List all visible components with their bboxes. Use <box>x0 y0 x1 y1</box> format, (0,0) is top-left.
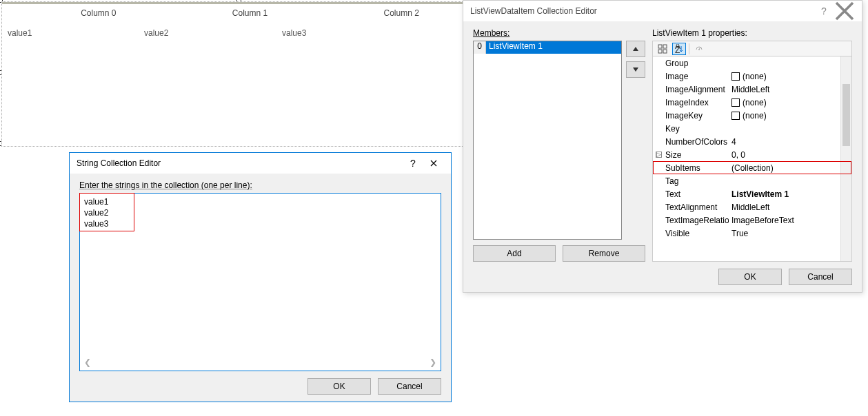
member-item[interactable]: 0 ListViewItem 1 <box>474 41 621 54</box>
cancel-button[interactable]: Cancel <box>789 269 852 285</box>
string-collection-editor-dialog: String Collection Editor ? Enter the str… <box>69 152 452 402</box>
property-name: ImageIndex <box>653 98 729 107</box>
property-value[interactable]: MiddleLeft <box>729 85 851 94</box>
listview-cell: value3 <box>278 21 416 45</box>
property-name: Size <box>653 150 729 160</box>
property-name: Group <box>653 59 729 68</box>
property-name: Image <box>653 72 729 81</box>
listview-cell: value1 <box>2 21 140 45</box>
expand-icon[interactable]: ▷ <box>656 152 662 158</box>
close-button[interactable] <box>423 153 444 174</box>
help-button[interactable]: ? <box>814 1 834 21</box>
add-button[interactable]: Add <box>473 245 556 262</box>
property-value-text: (none) <box>743 72 767 81</box>
designer-canvas: Column 0 Column 1 Column 2 value1 value2… <box>0 0 479 148</box>
property-row[interactable]: Tag <box>653 174 851 187</box>
property-row[interactable]: ▷Size0, 0 <box>653 148 851 161</box>
property-row[interactable]: TextListViewItem 1 <box>653 187 851 200</box>
property-row[interactable]: VisibleTrue <box>653 227 851 240</box>
property-row[interactable]: Image(none) <box>653 70 851 83</box>
property-row[interactable]: TextAlignmentMiddleLeft <box>653 200 851 214</box>
svg-text:Z: Z <box>675 45 680 54</box>
property-value[interactable]: (none) <box>729 111 851 121</box>
property-value-text: MiddleLeft <box>731 202 769 212</box>
member-label: ListViewItem 1 <box>486 41 621 54</box>
property-row[interactable]: Key <box>653 122 851 135</box>
property-value-text: 4 <box>731 137 736 147</box>
swatch-icon <box>731 112 740 120</box>
ok-button[interactable]: OK <box>718 269 782 285</box>
property-value[interactable]: (Collection) <box>729 163 851 173</box>
help-button[interactable]: ? <box>403 153 423 174</box>
property-row[interactable]: NumberOfColors4 <box>653 135 851 148</box>
property-value[interactable]: True <box>729 229 851 238</box>
property-value[interactable]: (none) <box>729 98 851 107</box>
close-button[interactable] <box>834 1 855 21</box>
property-value-text: (none) <box>743 98 767 107</box>
property-row[interactable]: ImageAlignmentMiddleLeft <box>653 83 851 96</box>
column-header[interactable]: Column 0 <box>23 4 174 21</box>
collection-editor-dialog: ListViewDataItem Collection Editor ? Mem… <box>463 0 862 293</box>
svg-rect-2 <box>658 50 662 53</box>
move-up-button[interactable] <box>626 41 645 57</box>
property-row[interactable]: ImageIndex(none) <box>653 96 851 109</box>
dialog-title: String Collection Editor <box>77 158 403 168</box>
property-pages-button[interactable] <box>692 43 706 55</box>
property-row[interactable]: Group <box>653 56 851 70</box>
ok-button[interactable]: OK <box>307 378 371 395</box>
alphabetical-view-button[interactable]: AZ <box>672 43 686 55</box>
property-name: TextAlignment <box>653 202 729 212</box>
svg-rect-1 <box>663 45 667 48</box>
listview-cell: value2 <box>140 21 278 45</box>
listview-control[interactable]: Column 0 Column 1 Column 2 value1 value2… <box>1 1 478 147</box>
column-header[interactable]: Column 2 <box>325 4 477 21</box>
instruction-label: Enter the strings in the collection (one… <box>79 180 441 190</box>
property-name: ImageKey <box>653 111 729 121</box>
property-value-text: ListViewItem 1 <box>731 189 789 199</box>
remove-button[interactable]: Remove <box>563 245 645 262</box>
property-value-text: MiddleLeft <box>731 85 769 94</box>
property-value[interactable]: ListViewItem 1 <box>729 189 851 199</box>
categorized-view-button[interactable] <box>656 43 669 55</box>
cancel-button[interactable]: Cancel <box>378 378 441 395</box>
member-index: 0 <box>474 41 486 54</box>
property-value[interactable]: MiddleLeft <box>729 202 851 212</box>
property-grid[interactable]: GroupImage(none)ImageAlignmentMiddleLeft… <box>652 56 852 262</box>
horizontal-scrollbar[interactable]: ❮ ❯ <box>83 357 438 368</box>
property-value[interactable]: 0, 0 <box>729 150 851 160</box>
property-name: SubItems <box>653 163 729 173</box>
members-listbox[interactable]: 0 ListViewItem 1 <box>473 41 622 240</box>
svg-point-6 <box>698 49 700 50</box>
property-row[interactable]: ImageKey(none) <box>653 109 851 122</box>
property-name: ImageAlignment <box>653 85 729 94</box>
property-value[interactable]: 4 <box>729 137 851 147</box>
property-value-text: (none) <box>743 111 767 121</box>
property-value-text: 0, 0 <box>731 150 745 160</box>
svg-rect-3 <box>663 50 667 53</box>
property-value-text: ImageBeforeText <box>731 216 794 225</box>
scroll-right-icon[interactable]: ❯ <box>430 357 436 367</box>
strings-textarea[interactable] <box>83 196 438 357</box>
listview-header: Column 0 Column 1 Column 2 <box>2 2 477 21</box>
property-name: Visible <box>653 229 729 238</box>
dialog-titlebar[interactable]: ListViewDataItem Collection Editor ? <box>463 1 862 21</box>
svg-rect-0 <box>658 45 662 48</box>
property-value[interactable]: ImageBeforeText <box>729 216 851 225</box>
property-name: Key <box>653 124 729 134</box>
properties-label: ListViewItem 1 properties: <box>652 28 852 38</box>
members-label: Members: <box>473 28 645 38</box>
property-name: NumberOfColors <box>653 137 729 147</box>
property-name: TextImageRelation <box>653 216 729 225</box>
column-header[interactable]: Column 1 <box>174 4 326 21</box>
move-down-button[interactable] <box>626 61 645 78</box>
scroll-left-icon[interactable]: ❮ <box>84 357 91 367</box>
property-value[interactable]: (none) <box>729 72 851 81</box>
listview-row[interactable]: value1 value2 value3 <box>2 21 477 45</box>
dialog-titlebar[interactable]: String Collection Editor ? <box>70 153 451 174</box>
swatch-icon <box>731 72 740 81</box>
property-row[interactable]: SubItems(Collection) <box>653 161 851 174</box>
dialog-title: ListViewDataItem Collection Editor <box>470 6 814 16</box>
property-name: Text <box>653 189 729 199</box>
property-row[interactable]: TextImageRelationImageBeforeText <box>653 214 851 227</box>
property-name: Tag <box>653 176 729 186</box>
